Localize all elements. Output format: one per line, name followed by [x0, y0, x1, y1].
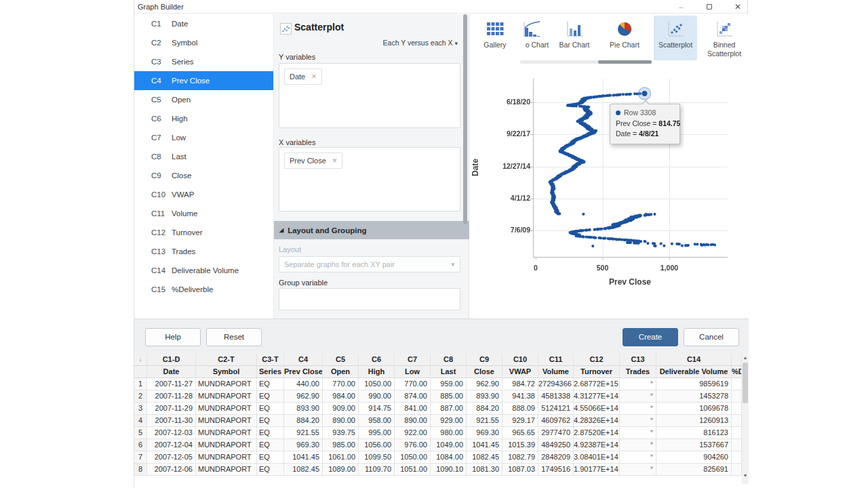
column-item-c5[interactable]: C5Open	[134, 90, 273, 109]
table-cell: 1049.00	[431, 439, 467, 451]
row-number: 2	[134, 390, 147, 403]
layout-grouping-section-header[interactable]: ◢ Layout and Grouping	[274, 221, 469, 239]
reset-button[interactable]: Reset	[206, 328, 262, 346]
cancel-button[interactable]: Cancel	[684, 328, 739, 346]
layout-dropdown[interactable]: Separate graphs for each XY pair ▾	[279, 256, 460, 272]
table-cell	[732, 415, 742, 427]
table-row: 72007-12-05MUNDRAPORTEQ1041.451061.00109…	[134, 451, 749, 464]
variable-chip-prev-close[interactable]: Prev Close✕	[284, 152, 342, 169]
table-cell: 1082.45	[467, 451, 502, 464]
table-cell: MUNDRAPORT	[196, 451, 257, 464]
gallery-item-scatterplot[interactable]: Scatterplot	[654, 16, 697, 60]
table-cell: 1061.00	[323, 451, 359, 464]
gallery-item-pie-chart[interactable]: Pie Chart	[604, 16, 646, 60]
gallery-grid-icon	[486, 20, 505, 39]
column-header: VWAP	[502, 366, 538, 378]
table-cell: 1087.03	[502, 464, 538, 476]
table-cell: *	[620, 390, 656, 403]
table-cell: 1050.00	[395, 451, 431, 464]
table-cell: 969.30	[467, 427, 502, 439]
worksheet-preview: ↓C1-DC2-TC3-TC4C5C6C7C8C9C10C11C12C13C14…	[134, 354, 749, 488]
x-variables-dropzone[interactable]: Prev Close✕	[279, 147, 460, 211]
y-tick-label: 12/27/14	[472, 162, 530, 170]
chevron-down-icon: ▾	[451, 257, 454, 272]
column-item-c6[interactable]: C6High	[134, 109, 273, 128]
chevron-down-icon: ▾	[454, 40, 458, 47]
column-header: Prev Close	[284, 366, 323, 378]
y-variables-dropzone[interactable]: Date✕	[279, 63, 460, 128]
collapse-triangle-icon: ◢	[279, 227, 283, 233]
table-cell: 841.00	[395, 403, 431, 415]
column-item-c9[interactable]: C9Close	[134, 166, 273, 185]
column-item-c1[interactable]: C1Date	[134, 14, 273, 33]
create-button[interactable]: Create	[623, 328, 678, 346]
table-corner-cell[interactable]	[134, 366, 147, 378]
table-cell: 2007-12-03	[147, 427, 196, 439]
group-variable-label: Group variable	[279, 279, 328, 287]
scroll-up-icon[interactable]: ▲	[742, 354, 749, 362]
column-item-c4[interactable]: C4Prev Close	[134, 71, 273, 90]
column-item-c15[interactable]: C15%Deliverble	[134, 280, 273, 299]
row-number: 4	[134, 415, 147, 427]
table-cell: 1749516	[538, 464, 574, 476]
table-cell: EQ	[257, 403, 284, 415]
table-cell: 1537667	[656, 439, 732, 451]
row-number: 5	[134, 427, 147, 439]
x-variables-label: X variables	[279, 138, 315, 146]
table-cell: 1082.79	[502, 451, 538, 464]
gallery-item-binned-scatterplot[interactable]: Binned Scatterplot	[701, 16, 747, 60]
graph-builder-dialog: Graph Builder – ✕ C1DateC2SymbolC3Series…	[134, 0, 748, 488]
table-cell: 962.90	[467, 378, 502, 390]
remove-chip-icon[interactable]: ✕	[332, 157, 338, 164]
column-item-c8[interactable]: C8Last	[134, 147, 273, 166]
table-cell: 440.00	[284, 378, 323, 390]
column-item-c7[interactable]: C7Low	[134, 128, 273, 147]
column-header: Series	[257, 366, 284, 378]
column-item-c14[interactable]: C14Deliverable Volume	[134, 261, 273, 280]
column-header: Date	[147, 366, 196, 378]
table-cell: 1.90177E+14	[574, 464, 620, 476]
table-cell: 1050.00	[359, 378, 395, 390]
remove-chip-icon[interactable]: ✕	[311, 73, 317, 80]
table-row: 12007-11-27MUNDRAPORTEQ440.00770.001050.…	[134, 378, 749, 390]
column-header: Low	[395, 366, 431, 378]
column-header: C10	[502, 354, 538, 366]
table-cell: 4609762	[538, 415, 574, 427]
column-item-c2[interactable]: C2Symbol	[134, 33, 273, 52]
scatterplot-chart[interactable]: Date 6/18/209/22/1712/27/144/1/127/6/09 …	[469, 64, 749, 319]
table-cell: EQ	[257, 427, 284, 439]
table-corner-cell[interactable]: ↓	[134, 354, 147, 366]
group-variable-dropzone[interactable]	[279, 288, 460, 310]
table-cell: MUNDRAPORT	[196, 427, 257, 439]
column-item-c13[interactable]: C13Trades	[134, 242, 273, 261]
panel-scrollbar[interactable]	[463, 14, 467, 319]
table-cell: MUNDRAPORT	[196, 415, 257, 427]
gallery-item-gallery[interactable]: Gallery	[474, 16, 516, 60]
column-item-c3[interactable]: C3Series	[134, 52, 273, 71]
column-header: Last	[431, 366, 467, 378]
builder-panel: Scatterplot Each Y versus each X ▾ Y var…	[274, 14, 469, 319]
gallery-item-o-chart[interactable]: o Chart	[520, 16, 554, 60]
plot-mode-dropdown[interactable]: Each Y versus each X ▾	[383, 39, 458, 47]
help-button[interactable]: Help	[145, 328, 201, 346]
variable-chip-date[interactable]: Date✕	[284, 68, 322, 85]
table-cell: 962.90	[284, 390, 323, 403]
table-cell: 2007-11-30	[147, 415, 196, 427]
table-cell	[732, 439, 742, 451]
column-header: C1-D	[147, 354, 196, 366]
gallery-item-bar-chart[interactable]: Bar Chart	[553, 16, 595, 60]
table-cell: *	[620, 427, 656, 439]
column-item-c11[interactable]: C11Volume	[134, 204, 273, 223]
column-item-c10[interactable]: C10VWAP	[134, 185, 273, 204]
scroll-down-icon[interactable]: ▼	[742, 472, 749, 480]
table-cell: 958.00	[359, 415, 395, 427]
table-cell: 1090.10	[431, 464, 467, 476]
worksheet-scrollbar[interactable]: ▲ ▼	[742, 354, 749, 484]
column-item-c12[interactable]: C12Turnover	[134, 223, 273, 242]
column-header: C2-T	[196, 354, 257, 366]
x-axis-title: Prev Close	[589, 277, 671, 287]
restore-icon[interactable]	[703, 0, 716, 14]
table-cell: 1099.50	[359, 451, 395, 464]
close-icon[interactable]: ✕	[731, 0, 745, 14]
minimize-icon[interactable]: –	[674, 0, 688, 14]
